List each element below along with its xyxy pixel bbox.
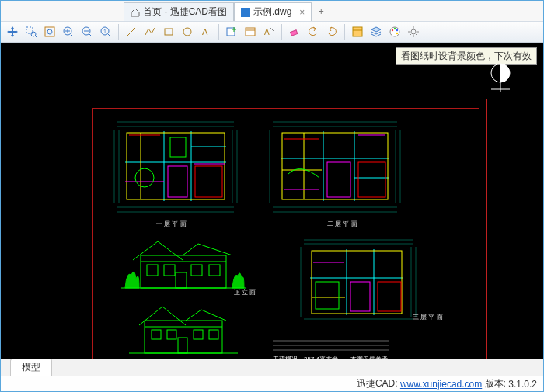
svg-rect-77: [170, 137, 186, 157]
redo-icon[interactable]: [323, 23, 340, 40]
svg-line-23: [89, 34, 92, 36]
svg-line-54: [416, 28, 417, 29]
info-area: 357.4平方米: [304, 355, 338, 359]
svg-rect-11: [103, 7, 113, 9]
svg-rect-87: [281, 131, 389, 201]
svg-rect-38: [291, 30, 298, 36]
svg-rect-95: [327, 162, 350, 197]
tab-add[interactable]: +: [312, 2, 330, 21]
svg-line-20: [71, 34, 73, 36]
model-tab[interactable]: 模型: [10, 359, 52, 376]
maximize-button[interactable]: ▢: [503, 3, 521, 19]
eraser-icon[interactable]: [286, 23, 303, 40]
svg-rect-129: [209, 330, 218, 339]
tooltip-bgcolor: 看图纸时设背景颜色，下次有效: [396, 47, 537, 65]
svg-rect-8: [90, 7, 95, 10]
home-icon: [131, 8, 140, 17]
svg-point-76: [135, 168, 154, 187]
layers-icon[interactable]: [368, 23, 385, 40]
svg-rect-102: [147, 265, 158, 276]
floor-plan-3: [296, 235, 420, 331]
svg-rect-130: [178, 338, 187, 353]
svg-rect-15: [45, 27, 54, 36]
svg-line-27: [127, 28, 135, 36]
svg-rect-104: [191, 265, 202, 276]
polyline-icon[interactable]: [141, 23, 159, 40]
rect-icon[interactable]: [160, 23, 177, 40]
svg-rect-126: [152, 330, 161, 339]
separator: [344, 24, 345, 40]
svg-rect-34: [246, 28, 255, 36]
settings-icon[interactable]: [405, 23, 422, 40]
close-button[interactable]: ✕: [523, 3, 542, 19]
layer-new-icon[interactable]: [223, 23, 240, 40]
zoom-fit-icon[interactable]: 1: [97, 23, 114, 40]
drawing-canvas[interactable]: 看图纸时设背景颜色，下次有效: [1, 43, 543, 359]
palette-icon[interactable]: [386, 23, 403, 40]
svg-point-46: [411, 29, 416, 34]
print-icon[interactable]: [86, 5, 99, 17]
zoom-out-icon[interactable]: [78, 23, 96, 40]
pan-icon[interactable]: [4, 23, 21, 40]
open-icon[interactable]: [55, 5, 68, 17]
svg-rect-101: [141, 255, 226, 288]
svg-rect-123: [316, 282, 339, 309]
floor-plan-2: [265, 116, 405, 219]
text-icon[interactable]: A: [197, 23, 214, 40]
status-bar: 迅捷CAD: www.xunjiecad.com 版本: 3.1.0.2: [1, 376, 543, 391]
elevation-side: [125, 299, 242, 359]
separator: [281, 24, 282, 40]
svg-line-14: [35, 36, 37, 37]
svg-line-51: [410, 28, 411, 29]
svg-text:A: A: [202, 27, 208, 36]
svg-rect-120: [350, 282, 370, 311]
tab-close-icon[interactable]: ×: [295, 7, 305, 18]
zoom-extents-icon[interactable]: [41, 23, 58, 40]
separator: [218, 24, 219, 40]
svg-rect-122: [378, 282, 401, 311]
info-title: 工程概况: [273, 355, 298, 359]
minimize-button[interactable]: —: [483, 3, 501, 19]
plan3-label: 三 层 平 面: [413, 313, 443, 321]
svg-rect-3: [42, 6, 49, 16]
recent-icon[interactable]: [24, 5, 37, 17]
svg-rect-105: [209, 265, 220, 276]
elevation-front: [117, 232, 249, 297]
props-icon[interactable]: [349, 23, 366, 40]
tab-home-label: 首页 - 迅捷CAD看图: [143, 5, 227, 19]
status-version-label: 版本:: [485, 377, 506, 390]
tab-file[interactable]: 示例.dwg ×: [234, 2, 312, 21]
svg-rect-78: [195, 166, 222, 197]
elev1-label: 正 立 面: [234, 288, 256, 297]
tab-file-label: 示例.dwg: [253, 5, 291, 19]
plan1-label: 一 层 平 面: [156, 220, 187, 228]
svg-rect-0: [27, 10, 29, 15]
svg-point-16: [47, 29, 52, 34]
undo-icon[interactable]: [305, 23, 322, 40]
svg-point-45: [396, 33, 398, 34]
zoom-in-icon[interactable]: [60, 23, 77, 40]
svg-line-53: [410, 34, 411, 36]
status-url-link[interactable]: www.xunjiecad.com: [400, 379, 482, 390]
text-edit-icon[interactable]: A: [260, 23, 277, 40]
svg-point-42: [392, 29, 393, 31]
app-icon: CAD: [4, 2, 21, 19]
save-icon[interactable]: [71, 5, 83, 17]
svg-rect-1: [30, 7, 31, 15]
floor-plan-1: [110, 116, 242, 219]
svg-rect-127: [167, 330, 176, 339]
tab-home[interactable]: 首页 - 迅捷CAD看图: [124, 2, 234, 21]
toolbar: 1 A A: [1, 21, 543, 43]
compass-north-icon: [489, 61, 512, 98]
svg-point-44: [396, 29, 398, 31]
new-icon[interactable]: [40, 5, 52, 17]
svg-line-25: [108, 34, 110, 36]
line-icon[interactable]: [123, 23, 140, 40]
layer-mgr-icon[interactable]: [242, 23, 259, 40]
status-brand: 迅捷CAD:: [357, 377, 398, 390]
zoom-window-icon[interactable]: [23, 23, 40, 40]
browse-icon[interactable]: [102, 5, 114, 17]
circle-icon[interactable]: [179, 23, 196, 40]
svg-rect-98: [358, 162, 385, 197]
svg-text:1: 1: [103, 29, 106, 34]
